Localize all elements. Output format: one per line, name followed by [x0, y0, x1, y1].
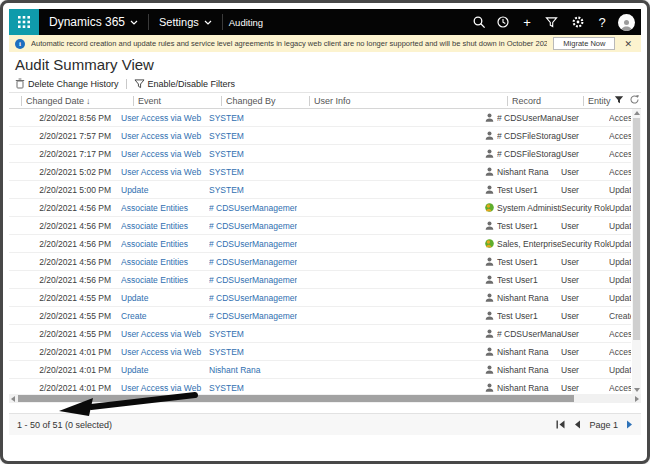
table-row[interactable]: 2/20/2021 4:55 PM Update # CDSUserManage… [9, 289, 631, 307]
event-link[interactable]: User Access via Web [121, 131, 209, 141]
app-launcher-button[interactable] [9, 9, 39, 35]
record-cell[interactable]: Nishant Rana [485, 347, 561, 357]
table-row[interactable]: 2/20/2021 4:56 PM Associate Entities # C… [9, 271, 631, 289]
next-page-button[interactable] [626, 420, 633, 429]
record-cell[interactable]: Nishant Rana [485, 167, 561, 177]
record-cell[interactable]: Nishant Rana [485, 383, 561, 393]
changed-by-link[interactable]: Nishant Rana [209, 365, 297, 375]
scroll-down-arrow[interactable] [634, 388, 640, 392]
first-page-button[interactable] [556, 420, 566, 429]
record-cell[interactable]: Test User1 [485, 185, 561, 195]
event-link[interactable]: User Access via Web [121, 113, 209, 123]
event-link[interactable]: Update [121, 293, 209, 303]
vertical-scroll-thumb[interactable] [633, 118, 640, 340]
changed-by-link[interactable]: # CDSUserManagement [209, 239, 297, 249]
nav-settings-menu[interactable]: Settings [149, 9, 222, 35]
grid-filter-icon[interactable] [614, 95, 624, 105]
event-link[interactable]: Associate Entities [121, 239, 209, 249]
changed-by-link[interactable]: SYSTEM [209, 329, 297, 339]
changed-by-link[interactable]: SYSTEM [209, 167, 297, 177]
table-row[interactable]: 2/20/2021 4:56 PM Associate Entities # C… [9, 235, 631, 253]
search-icon[interactable] [468, 9, 490, 35]
table-row[interactable]: 2/20/2021 8:56 PM User Access via Web SY… [9, 109, 631, 127]
changed-by-link[interactable]: SYSTEM [209, 149, 297, 159]
table-row[interactable]: 2/20/2021 4:01 PM Update Nishant Rana Ni… [9, 361, 631, 379]
record-cell[interactable]: # CDSFileStorage [485, 149, 561, 159]
scroll-up-arrow[interactable] [634, 111, 640, 115]
help-icon[interactable]: ? [591, 9, 613, 35]
record-cell[interactable]: Test User1 [485, 257, 561, 267]
changed-by-link[interactable]: # CDSUserManagement [209, 311, 297, 321]
table-row[interactable]: 2/20/2021 4:55 PM User Access via Web SY… [9, 325, 631, 343]
changed-by-link[interactable]: SYSTEM [209, 131, 297, 141]
column-header-record[interactable]: Record [507, 96, 583, 106]
event-link[interactable]: User Access via Web [121, 347, 209, 357]
event-link[interactable]: User Access via Web [121, 167, 209, 177]
record-cell[interactable]: Test User1 [485, 221, 561, 231]
event-link[interactable]: User Access via Web [121, 149, 209, 159]
changed-by-link[interactable]: SYSTEM [209, 113, 297, 123]
horizontal-scroll-thumb[interactable] [18, 395, 574, 402]
enable-disable-filters-button[interactable]: Enable/Disable Filters [134, 79, 236, 89]
table-row[interactable]: 2/20/2021 4:56 PM Associate Entities # C… [9, 217, 631, 235]
table-row[interactable]: 2/20/2021 4:01 PM User Access via Web SY… [9, 343, 631, 361]
table-row[interactable]: 2/20/2021 5:02 PM User Access via Web SY… [9, 163, 631, 181]
record-cell[interactable]: System Administrator [485, 203, 561, 213]
record-cell[interactable]: # CDSFileStorage [485, 131, 561, 141]
scroll-right-arrow[interactable] [635, 396, 639, 402]
gear-icon[interactable] [567, 9, 589, 35]
close-icon[interactable]: ✕ [621, 39, 635, 49]
record-cell[interactable]: Test User1 [485, 275, 561, 285]
event-link[interactable]: User Access via Web [121, 383, 209, 393]
event-link[interactable]: Create [121, 311, 209, 321]
event-link[interactable]: Update [121, 365, 209, 375]
record-cell[interactable]: Nishant Rana [485, 293, 561, 303]
column-header-changed-date[interactable]: Changed Date ↓ [21, 96, 133, 106]
record-cell[interactable]: # CDSUserManagement [485, 329, 561, 339]
scroll-left-arrow[interactable] [11, 396, 15, 402]
column-header-changed-by[interactable]: Changed By [221, 96, 309, 106]
refresh-icon[interactable] [629, 94, 640, 105]
migrate-now-button[interactable]: Migrate Now [553, 37, 615, 50]
event-link[interactable]: Associate Entities [121, 275, 209, 285]
recent-history-icon[interactable] [492, 9, 514, 35]
event-link[interactable]: Update [121, 185, 209, 195]
table-row[interactable]: 2/20/2021 7:57 PM User Access via Web SY… [9, 127, 631, 145]
column-header-event[interactable]: Event [133, 96, 221, 106]
record-cell[interactable]: Test User1 [485, 311, 561, 321]
table-row[interactable]: 2/20/2021 5:00 PM Update SYSTEM Test Use… [9, 181, 631, 199]
user-icon [485, 257, 494, 266]
table-row[interactable]: 2/20/2021 4:56 PM Associate Entities # C… [9, 253, 631, 271]
record-cell[interactable]: Sales, Enterprise app [485, 239, 561, 249]
changed-by-link[interactable]: # CDSUserManagement [209, 275, 297, 285]
record-cell[interactable]: Nishant Rana [485, 365, 561, 375]
event-link[interactable]: Associate Entities [121, 257, 209, 267]
horizontal-scrollbar[interactable] [9, 394, 641, 403]
record-cell[interactable]: # CDSUserManagement [485, 113, 561, 123]
vertical-scrollbar[interactable] [632, 109, 641, 394]
table-row[interactable]: 2/20/2021 4:56 PM Associate Entities # C… [9, 199, 631, 217]
event-link[interactable]: User Access via Web [121, 329, 209, 339]
nav-dynamics365-menu[interactable]: Dynamics 365 [39, 9, 148, 35]
nav-auditing-label[interactable]: Auditing [223, 9, 273, 35]
table-row[interactable]: 2/20/2021 7:17 PM User Access via Web SY… [9, 145, 631, 163]
nav-page-text: Auditing [229, 17, 263, 28]
changed-by-link[interactable]: SYSTEM [209, 383, 297, 393]
user-avatar[interactable] [615, 9, 637, 35]
changed-by-link[interactable]: # CDSUserManagement [209, 203, 297, 213]
changed-by-link[interactable]: SYSTEM [209, 185, 297, 195]
delete-change-history-button[interactable]: Delete Change History [15, 78, 119, 89]
event-link[interactable]: Associate Entities [121, 221, 209, 231]
column-header-user-info[interactable]: User Info [309, 96, 507, 106]
advanced-find-icon[interactable] [540, 9, 562, 35]
changed-by-link[interactable]: SYSTEM [209, 347, 297, 357]
create-record-icon[interactable]: + [516, 9, 538, 35]
table-row[interactable]: 2/20/2021 4:55 PM Create # CDSUserManage… [9, 307, 631, 325]
changed-by-link[interactable]: # CDSUserManagement [209, 221, 297, 231]
previous-page-button[interactable] [574, 420, 581, 429]
changed-by-link[interactable]: # CDSUserManagement [209, 257, 297, 267]
audit-grid: Changed Date ↓ Event Changed By User Inf… [9, 92, 641, 403]
event-link[interactable]: Associate Entities [121, 203, 209, 213]
changed-by-link[interactable]: # CDSUserManagement [209, 293, 297, 303]
table-row[interactable]: 2/20/2021 4:01 PM User Access via Web SY… [9, 379, 631, 394]
